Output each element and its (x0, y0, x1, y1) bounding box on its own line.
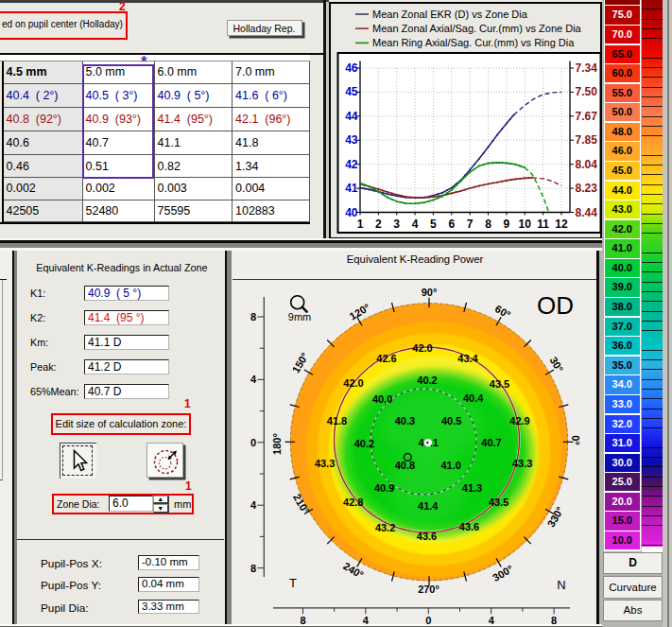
svg-text:7: 7 (467, 218, 474, 231)
svg-text:11: 11 (537, 218, 549, 231)
svg-text:44: 44 (345, 110, 358, 123)
svg-text:43.5: 43.5 (489, 496, 508, 508)
svg-text:180°: 180° (271, 433, 283, 455)
svg-text:4: 4 (250, 499, 257, 511)
svg-text:8.44: 8.44 (576, 206, 598, 219)
svg-text:90°: 90° (422, 287, 438, 298)
svg-text:41.0: 41.0 (440, 460, 460, 471)
svg-text:40.5: 40.5 (441, 415, 461, 427)
svg-text:43.3: 43.3 (512, 458, 532, 469)
svg-text:42.0: 42.0 (343, 377, 363, 389)
svg-text:40.2: 40.2 (417, 374, 437, 386)
svg-text:0°: 0° (570, 435, 581, 445)
svg-text:7.50: 7.50 (576, 85, 598, 98)
svg-text:2: 2 (375, 218, 382, 231)
svg-text:43: 43 (345, 133, 358, 147)
svg-text:300°: 300° (491, 563, 515, 583)
svg-text:7.85: 7.85 (576, 133, 598, 147)
svg-text:OD: OD (537, 291, 574, 320)
svg-text:7.67: 7.67 (576, 110, 598, 123)
svg-text:40.4: 40.4 (463, 392, 484, 404)
svg-text:42.6: 42.6 (376, 353, 396, 364)
svg-text:8.23: 8.23 (576, 182, 598, 195)
svg-text:12: 12 (555, 218, 568, 231)
svg-text:42: 42 (345, 158, 358, 171)
svg-text:45: 45 (345, 85, 358, 98)
svg-text:Mean Zonal Axial/Sag. Cur.(mm): Mean Zonal Axial/Sag. Cur.(mm) vs Zone D… (372, 23, 582, 34)
svg-text:41.8: 41.8 (327, 415, 347, 427)
svg-text:4: 4 (250, 374, 257, 385)
svg-text:8.04: 8.04 (576, 158, 598, 171)
svg-text:3: 3 (393, 218, 400, 231)
svg-text:43.4: 43.4 (457, 353, 478, 364)
svg-text:6: 6 (448, 218, 455, 231)
svg-text:43.3: 43.3 (315, 458, 335, 469)
svg-text:Mean Zonal EKR (D) vs Zone Dia: Mean Zonal EKR (D) vs Zone Dia (372, 9, 528, 20)
svg-text:43.5: 43.5 (490, 378, 509, 390)
svg-text:40.0: 40.0 (372, 393, 392, 405)
svg-text:42.8: 42.8 (343, 496, 363, 508)
svg-text:42.9: 42.9 (509, 415, 529, 427)
svg-text:5: 5 (430, 218, 437, 231)
svg-text:46: 46 (345, 61, 358, 75)
svg-text:8: 8 (250, 563, 256, 574)
svg-text:0: 0 (250, 437, 256, 448)
svg-text:60°: 60° (493, 303, 512, 321)
svg-text:4: 4 (412, 218, 419, 231)
svg-text:43.6: 43.6 (417, 531, 437, 542)
svg-text:43.6: 43.6 (459, 521, 479, 532)
svg-text:40.8: 40.8 (395, 460, 415, 471)
svg-text:43.2: 43.2 (375, 522, 395, 533)
svg-text:8: 8 (250, 311, 256, 322)
svg-text:10: 10 (519, 218, 532, 231)
svg-text:1: 1 (357, 218, 364, 231)
svg-text:270°: 270° (418, 583, 439, 595)
svg-text:41: 41 (345, 182, 358, 195)
svg-text:40.3: 40.3 (395, 415, 415, 427)
svg-text:41.3: 41.3 (462, 482, 482, 494)
svg-text:42.0: 42.0 (412, 342, 432, 354)
svg-text:7.34: 7.34 (576, 61, 598, 75)
svg-text:40.9: 40.9 (374, 482, 394, 494)
svg-text:9: 9 (504, 218, 510, 231)
svg-text:N: N (557, 578, 565, 592)
svg-text:9mm: 9mm (288, 311, 311, 322)
svg-text:8: 8 (485, 218, 491, 231)
svg-text:Mean Ring Axial/Sag. Cur.(mm): Mean Ring Axial/Sag. Cur.(mm) vs Ring Di… (372, 37, 575, 48)
svg-text:T: T (289, 576, 297, 590)
svg-text:40.7: 40.7 (481, 437, 501, 448)
svg-text:40.2: 40.2 (354, 438, 374, 449)
svg-text:41.4: 41.4 (418, 500, 439, 512)
